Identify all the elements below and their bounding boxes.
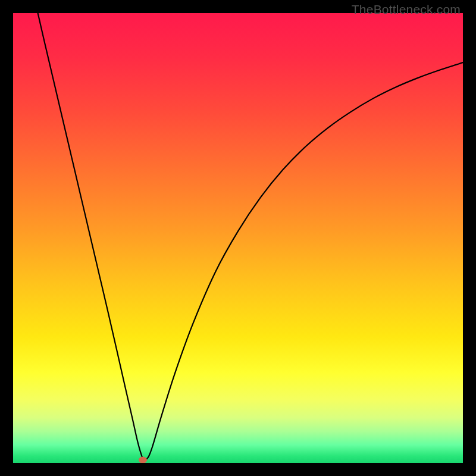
watermark-text: TheBottleneck.com [352, 2, 461, 17]
optimum-marker [139, 457, 147, 463]
plot-area [13, 13, 463, 463]
chart-container: TheBottleneck.com [0, 0, 476, 476]
bottleneck-curve [13, 13, 463, 463]
